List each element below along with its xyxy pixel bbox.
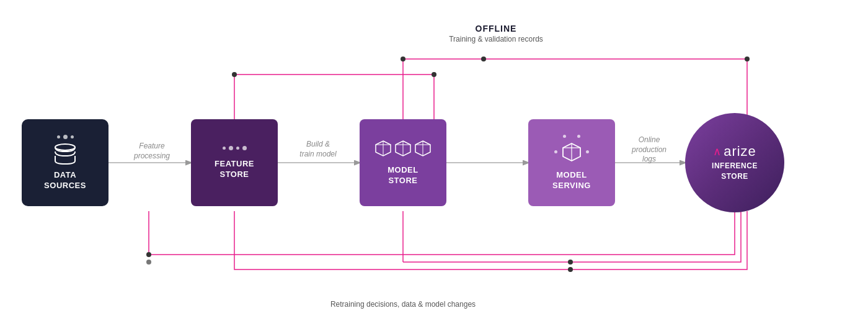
data-sources-label: DATA SOURCES bbox=[44, 170, 86, 191]
model-serving-icon-row bbox=[554, 142, 589, 163]
svg-point-7 bbox=[481, 57, 486, 61]
arize-chevron-icon: ∧ bbox=[713, 145, 721, 158]
online-production-label: Onlineproductionlogs bbox=[621, 135, 677, 165]
database-icon bbox=[53, 143, 78, 165]
cube-icon-2 bbox=[394, 139, 412, 158]
feature-store-label: FEATURE STORE bbox=[215, 159, 254, 180]
model-store-icons bbox=[374, 139, 432, 158]
retraining-label: Retraining decisions, data & model chang… bbox=[248, 300, 558, 309]
model-serving-dots-top bbox=[563, 135, 580, 138]
dot bbox=[236, 147, 239, 150]
feature-store-box: FEATURE STORE bbox=[191, 119, 278, 206]
data-sources-dots bbox=[57, 135, 74, 139]
cube-icon-1 bbox=[374, 139, 392, 158]
offline-title: OFFLINE bbox=[422, 24, 570, 34]
svg-point-4 bbox=[232, 72, 237, 77]
svg-point-10 bbox=[568, 260, 573, 265]
node-model-store: MODEL STORE bbox=[360, 119, 446, 206]
node-feature-store: FEATURE STORE bbox=[191, 119, 278, 206]
node-data-sources: DATA SOURCES bbox=[22, 119, 108, 206]
dot bbox=[63, 135, 68, 139]
dot bbox=[71, 135, 74, 138]
feature-processing-label: Featureprocessing bbox=[127, 142, 177, 161]
data-sources-box: DATA SOURCES bbox=[22, 119, 108, 206]
dot bbox=[229, 146, 233, 150]
svg-point-8 bbox=[745, 57, 750, 61]
arize-text: arize bbox=[724, 143, 756, 160]
dot bbox=[242, 146, 247, 150]
offline-subtitle: Training & validation records bbox=[422, 35, 570, 43]
dot bbox=[223, 147, 226, 150]
offline-section: OFFLINE Training & validation records bbox=[422, 24, 570, 43]
dot bbox=[563, 135, 566, 138]
dot bbox=[554, 150, 557, 153]
cube-icon-3 bbox=[414, 139, 432, 158]
model-serving-label: MODEL SERVING bbox=[552, 170, 591, 191]
inference-store-label: INFERENCE STORE bbox=[712, 161, 758, 182]
svg-point-12 bbox=[146, 260, 151, 265]
dot bbox=[577, 135, 580, 138]
svg-point-11 bbox=[568, 267, 573, 272]
dot bbox=[57, 135, 60, 138]
svg-point-6 bbox=[401, 57, 405, 61]
node-inference-store: ∧ arize INFERENCE STORE bbox=[685, 113, 784, 212]
cube-serving-icon bbox=[561, 142, 582, 163]
node-model-serving: MODEL SERVING bbox=[528, 119, 615, 206]
svg-point-13 bbox=[55, 144, 75, 150]
arize-logo: ∧ arize bbox=[713, 143, 756, 160]
svg-point-9 bbox=[146, 252, 151, 257]
feature-store-dots bbox=[223, 146, 247, 150]
model-store-box: MODEL STORE bbox=[360, 119, 446, 206]
model-store-label: MODEL STORE bbox=[388, 165, 418, 186]
svg-point-5 bbox=[432, 72, 436, 77]
diagram-container: OFFLINE Training & validation records bbox=[0, 0, 868, 326]
model-serving-box: MODEL SERVING bbox=[528, 119, 615, 206]
build-train-label: Build &train model bbox=[290, 140, 346, 159]
inference-store-circle: ∧ arize INFERENCE STORE bbox=[685, 113, 784, 212]
dot bbox=[586, 150, 589, 153]
